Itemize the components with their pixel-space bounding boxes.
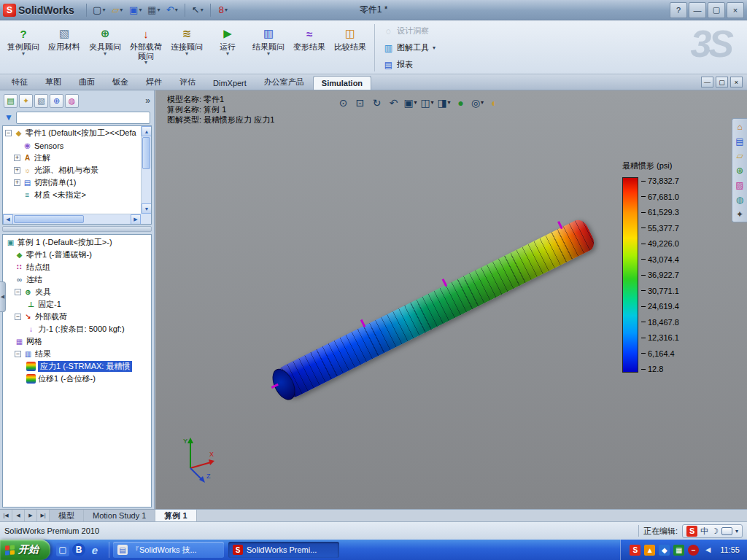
scroll-down-button[interactable]: ▼ <box>142 203 152 214</box>
tree-item-joint-group[interactable]: 结点组 <box>4 261 150 273</box>
undo-button[interactable]: ↶▾ <box>164 2 180 18</box>
view-orientation-button[interactable] <box>403 96 417 109</box>
appearances-button[interactable] <box>454 96 468 109</box>
previous-view-button[interactable] <box>387 96 400 109</box>
tray-volume-icon[interactable]: ◄ <box>703 545 713 556</box>
tree-item-annotations[interactable]: 注解 <box>4 152 140 164</box>
featuremanager-tab[interactable]: ▤ <box>4 94 18 108</box>
ime-mode-icon[interactable]: ☽ <box>711 526 719 536</box>
close-button[interactable]: × <box>727 2 744 18</box>
tree-item-lights-cameras[interactable]: 光源、相机与布景 <box>4 164 140 176</box>
scroll-right-button[interactable]: ▶ <box>131 214 141 225</box>
doc-minimize-button[interactable]: — <box>701 77 713 88</box>
previous-tab-button[interactable] <box>12 510 25 521</box>
deformed-result-button[interactable]: 变形结果 <box>289 22 330 74</box>
external-loads-advisor-button[interactable]: 外部载荷顾问 <box>125 22 166 74</box>
zoom-fit-button[interactable] <box>336 96 350 109</box>
propertymanager-tab[interactable]: ✦ <box>19 94 33 108</box>
save-button[interactable]: ▣▾ <box>128 2 144 18</box>
report-button[interactable]: 报表 <box>380 58 438 72</box>
file-explorer-button[interactable] <box>734 149 746 162</box>
language-indicator[interactable]: 中 <box>700 526 708 537</box>
tree-filter-input[interactable] <box>16 112 150 124</box>
plot-tools-button[interactable]: 图解工具 ▾ <box>380 41 438 55</box>
maximize-button[interactable]: ▢ <box>708 2 725 18</box>
dimxpertmanager-tab[interactable]: ⊕ <box>50 94 63 108</box>
tree-item-fixtures[interactable]: 夹具 <box>4 286 150 298</box>
tab-surfaces[interactable]: 曲面 <box>70 74 104 90</box>
keyboard-icon[interactable] <box>721 527 732 535</box>
tab-motion-study-1[interactable]: Motion Study 1 <box>84 510 155 521</box>
study-advisor-button[interactable]: 算例顾问 <box>3 22 44 74</box>
custom-properties-button[interactable] <box>734 208 746 220</box>
minimize-button[interactable]: — <box>689 2 706 18</box>
vertical-scrollbar[interactable]: ▲ ▼ <box>141 126 151 214</box>
doc-restore-button[interactable]: ▢ <box>716 77 728 88</box>
ime-icon[interactable]: S <box>686 526 697 537</box>
appearances-scenes-button[interactable] <box>734 193 746 206</box>
internet-explorer-icon[interactable]: e <box>88 543 101 556</box>
scene-button[interactable] <box>487 96 501 109</box>
tab-sketch[interactable]: 草图 <box>36 74 70 90</box>
tree-item-displacement-plot[interactable]: 位移1 (-合位移-) <box>4 373 150 385</box>
tree-item-mesh[interactable]: 网格 <box>4 335 150 348</box>
tray-shield-icon[interactable]: ▲ <box>644 545 655 556</box>
new-document-button[interactable]: ▢▾ <box>91 2 107 18</box>
expand-icon[interactable] <box>14 155 20 161</box>
fixtures-advisor-button[interactable]: 夹具顾问 <box>85 22 125 74</box>
apply-material-button[interactable]: 应用材料 <box>44 22 85 74</box>
open-document-button[interactable]: ▱▾ <box>109 2 125 18</box>
last-tab-button[interactable] <box>37 510 50 521</box>
tree-item-stress-plot[interactable]: 应力1 (-STRMAX: 最糟惯 <box>4 360 150 373</box>
tab-features[interactable]: 特征 <box>3 74 36 90</box>
expand-icon[interactable] <box>15 314 21 320</box>
tab-weldments[interactable]: 焊件 <box>137 74 171 90</box>
expand-icon[interactable] <box>15 289 21 295</box>
tray-ime-icon[interactable]: S <box>630 545 640 556</box>
tree-item-force-1[interactable]: 力-1 (:按条目: 5000 kgf:) <box>4 323 150 335</box>
first-tab-button[interactable] <box>0 510 12 521</box>
run-button[interactable]: 运行 <box>207 22 248 74</box>
zoom-to-area-button[interactable] <box>353 96 367 109</box>
select-tool-button[interactable]: ↖▾ <box>190 2 206 18</box>
display-style-button[interactable] <box>420 96 434 109</box>
tree-item-cutlist[interactable]: 切割清单(1) <box>4 176 140 189</box>
configurationmanager-tab[interactable]: ▧ <box>34 94 48 108</box>
tab-dimxpert[interactable]: DimXpert <box>204 76 255 90</box>
results-advisor-button[interactable]: 结果顾问 <box>248 22 289 74</box>
rebuild-button[interactable]: 8▾ <box>215 2 231 18</box>
panel-collapse-handle[interactable]: ◀ <box>0 281 6 312</box>
show-desktop-icon[interactable]: ▢ <box>56 543 69 556</box>
compare-results-button[interactable]: 比较结果 <box>330 22 371 74</box>
start-button[interactable]: 开始 <box>0 540 50 560</box>
tree-item-material[interactable]: 材质 <未指定> <box>4 189 140 201</box>
tab-sheet-metal[interactable]: 钣金 <box>104 74 137 90</box>
expand-icon[interactable] <box>14 167 20 174</box>
taskbar-window-solidworks-app[interactable]: S SolidWorks Premi... <box>228 542 339 558</box>
connections-advisor-button[interactable]: 连接顾问 <box>166 22 207 74</box>
tree-item-study[interactable]: 算例 1 (-Default<按加工>-) <box>4 236 150 249</box>
scroll-up-button[interactable]: ▲ <box>142 126 152 136</box>
displaymanager-tab[interactable]: ◍ <box>65 94 79 108</box>
tree-item-results[interactable]: 结果 <box>4 348 150 360</box>
tab-model[interactable]: 模型 <box>50 510 84 521</box>
shaft-model[interactable] <box>269 217 597 402</box>
tree-item-study-part[interactable]: 零件1 (-普通碳钢-) <box>4 249 150 261</box>
tree-item-sensors[interactable]: Sensors <box>4 139 140 152</box>
tray-network-icon[interactable]: ▦ <box>673 545 684 556</box>
expand-icon[interactable] <box>14 179 20 186</box>
section-view-button[interactable] <box>437 96 451 109</box>
expand-icon[interactable] <box>15 351 21 357</box>
scrollbar-thumb[interactable] <box>142 137 150 169</box>
tab-study-1[interactable]: 算例 1 <box>155 510 196 521</box>
scroll-left-button[interactable]: ◀ <box>3 214 13 225</box>
tree-item-part-root[interactable]: 零件1 (Default<按加工><<Defa <box>4 127 140 139</box>
solidworks-resources-button[interactable] <box>734 120 746 133</box>
taskbar-window-solidworks-doc[interactable]: ▤ 『SolidWorks 技... <box>113 542 224 558</box>
tray-messenger-icon[interactable]: ◆ <box>659 545 670 556</box>
horizontal-scrollbar[interactable]: ◀ ▶ <box>3 214 141 224</box>
scrollbar-thumb[interactable] <box>14 215 84 223</box>
view-palette-button[interactable] <box>734 179 746 191</box>
bluetooth-icon[interactable]: B <box>72 543 85 556</box>
design-library-button[interactable] <box>734 135 746 147</box>
